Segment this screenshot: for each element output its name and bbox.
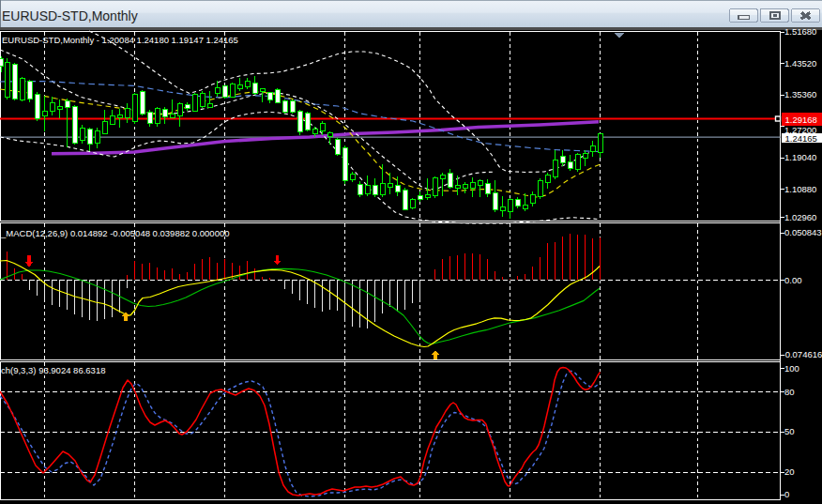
svg-text:0.050843: 0.050843 bbox=[784, 227, 822, 237]
svg-text:50: 50 bbox=[784, 426, 795, 436]
svg-text:1.10880: 1.10880 bbox=[784, 184, 816, 194]
svg-text:0: 0 bbox=[784, 489, 789, 499]
svg-text:-0.074616: -0.074616 bbox=[783, 349, 822, 359]
svg-text:1.43520: 1.43520 bbox=[784, 58, 816, 69]
svg-text:_MACD(12,26,9) 0.014892 -0.005: _MACD(12,26,9) 0.014892 -0.005048 0.0398… bbox=[0, 228, 230, 238]
svg-text:EURUSD-STD,Monthly: EURUSD-STD,Monthly bbox=[2, 8, 138, 23]
svg-text:1.19040: 1.19040 bbox=[784, 152, 816, 162]
svg-text:100: 100 bbox=[784, 363, 799, 374]
svg-text:1.02960: 1.02960 bbox=[784, 212, 816, 222]
svg-text:80: 80 bbox=[784, 387, 795, 397]
svg-text:0.00: 0.00 bbox=[784, 275, 802, 285]
svg-text:1.51680: 1.51680 bbox=[784, 26, 816, 37]
svg-text:ch(9,3,3) 93.9024 86.6318: ch(9,3,3) 93.9024 86.6318 bbox=[1, 365, 105, 375]
svg-text:1.35360: 1.35360 bbox=[784, 89, 816, 99]
svg-text:1.29168: 1.29168 bbox=[785, 115, 817, 125]
svg-text:20: 20 bbox=[784, 466, 795, 477]
svg-text:EURUSD-STD,Monthly - 1.20084 1: EURUSD-STD,Monthly - 1.20084 1.24180 1.1… bbox=[2, 35, 238, 45]
svg-text:1.24165: 1.24165 bbox=[785, 133, 817, 144]
